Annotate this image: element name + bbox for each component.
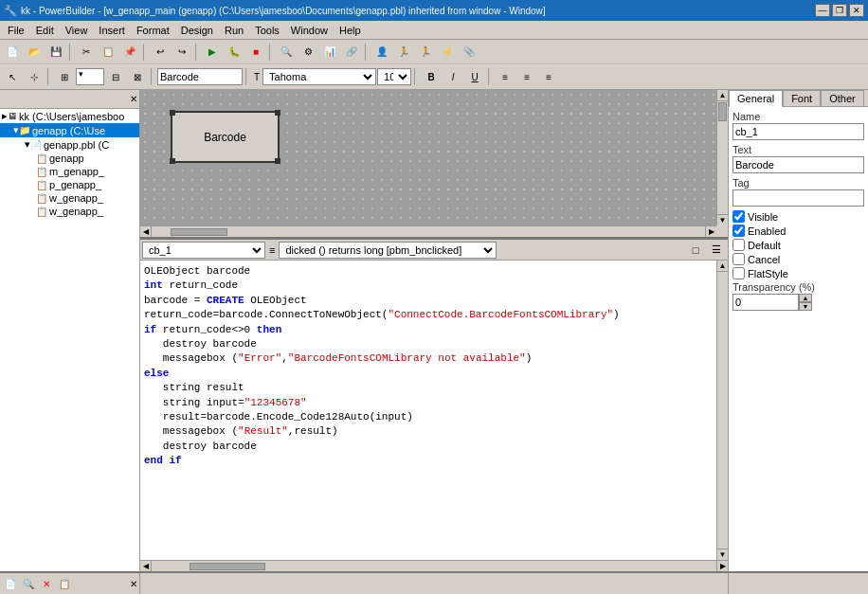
tb-btn-8[interactable]: 🔗 <box>341 43 362 62</box>
menu-view[interactable]: View <box>60 23 94 38</box>
tb-btn-12[interactable]: ⚡ <box>437 43 458 62</box>
tag-field-input[interactable] <box>732 189 864 207</box>
align-left-button[interactable]: ≡ <box>495 67 515 86</box>
menu-insert[interactable]: Insert <box>93 23 131 38</box>
minimize-button[interactable]: — <box>815 4 830 17</box>
control-name-input[interactable] <box>157 68 243 85</box>
vscroll-down[interactable]: ▼ <box>717 214 728 225</box>
tb-btn-14[interactable]: ⊟ <box>105 67 126 86</box>
handle-tr[interactable] <box>275 110 280 116</box>
lib-btn-4[interactable]: 📋 <box>56 576 73 593</box>
code-hscroll[interactable]: ◀ ▶ <box>140 560 728 571</box>
lib-close-button[interactable]: ✕ <box>130 579 137 589</box>
lib-btn-3[interactable]: ✕ <box>38 576 55 593</box>
save-button[interactable]: 💾 <box>45 43 66 62</box>
text-field-input[interactable] <box>732 156 864 173</box>
copy-button[interactable]: 📋 <box>98 43 118 62</box>
undo-button[interactable]: ↩ <box>150 43 171 62</box>
tree-item-p-genapp[interactable]: 📋 p_genapp_ <box>0 178 139 191</box>
underline-button[interactable]: U <box>464 67 485 86</box>
tree-item-genapp[interactable]: ▾ 📁 genapp (C:\Use <box>0 123 139 137</box>
spin-down[interactable]: ▼ <box>799 302 812 311</box>
tb-btn-13[interactable]: 📎 <box>459 43 479 62</box>
redo-button[interactable]: ↪ <box>172 43 192 62</box>
menu-run[interactable]: Run <box>219 23 249 38</box>
vscroll-track[interactable] <box>717 101 728 214</box>
menu-format[interactable]: Format <box>131 23 175 38</box>
tab-button[interactable]: ⊞ <box>54 67 75 86</box>
code-vscroll-up[interactable]: ▲ <box>717 261 728 272</box>
tree-item-genapp2[interactable]: 📋 genapp <box>0 152 139 165</box>
font-size-select[interactable]: 10 <box>377 68 411 85</box>
code-btn-2[interactable]: ☰ <box>707 242 726 259</box>
combo-zoom[interactable]: ▾ <box>76 68 104 85</box>
stop-button[interactable]: ■ <box>245 43 266 62</box>
tree-close-button[interactable]: ✕ <box>130 94 137 104</box>
new-button[interactable]: 📄 <box>2 43 23 62</box>
menu-design[interactable]: Design <box>175 23 219 38</box>
code-vscroll-down[interactable]: ▼ <box>717 549 728 560</box>
tb-btn-11[interactable]: 🏃 <box>415 43 436 62</box>
hscroll-left[interactable]: ◀ <box>140 226 152 238</box>
align-right-button[interactable]: ≡ <box>538 67 559 86</box>
tb-btn-10[interactable]: 🏃 <box>393 43 414 62</box>
open-button[interactable]: 📂 <box>24 43 45 62</box>
barcode-widget[interactable]: Barcode <box>171 111 280 163</box>
code-vscroll-track[interactable] <box>717 272 728 549</box>
tab-font[interactable]: Font <box>783 90 821 106</box>
hscroll-thumb[interactable] <box>171 228 227 236</box>
menu-window[interactable]: Window <box>285 23 334 38</box>
tab-general[interactable]: General <box>729 90 783 107</box>
tree-item-w-genapp1[interactable]: 📋 w_genapp_ <box>0 191 139 205</box>
handle-bl[interactable] <box>170 158 175 164</box>
handle-tl[interactable] <box>170 110 175 116</box>
pointer-button[interactable]: ⊹ <box>24 67 45 86</box>
select-button[interactable]: ↖ <box>2 67 23 86</box>
enabled-checkbox[interactable] <box>732 225 745 237</box>
maximize-button[interactable]: ❐ <box>832 4 847 17</box>
debug-button[interactable]: 🐛 <box>224 43 244 62</box>
visible-checkbox[interactable] <box>732 210 745 223</box>
align-center-button[interactable]: ≡ <box>516 67 537 86</box>
code-hscroll-thumb[interactable] <box>190 563 265 570</box>
vscroll-up[interactable]: ▲ <box>717 90 728 101</box>
code-editor[interactable]: OLEObject barcode int return_code barcod… <box>140 261 716 560</box>
canvas-vscroll[interactable]: ▲ ▼ <box>716 90 728 225</box>
code-btn-1[interactable]: □ <box>686 242 705 259</box>
code-hscroll-track[interactable] <box>152 561 716 572</box>
vscroll-thumb[interactable] <box>718 102 727 121</box>
flatstyle-checkbox[interactable] <box>732 267 745 279</box>
menu-file[interactable]: File <box>2 23 30 38</box>
menu-help[interactable]: Help <box>334 23 367 38</box>
transparency-input[interactable] <box>732 294 799 311</box>
code-event-select[interactable]: dicked () returns long [pbm_bnclicked] <box>279 242 497 259</box>
tree-item-kk[interactable]: ▸ 🖥 kk (C:\Users\jamesboo <box>0 109 139 123</box>
menu-edit[interactable]: Edit <box>30 23 60 38</box>
paste-button[interactable]: 📌 <box>119 43 140 62</box>
italic-button[interactable]: I <box>443 67 463 86</box>
code-vscroll[interactable]: ▲ ▼ <box>716 261 728 560</box>
run-button[interactable]: ▶ <box>202 43 223 62</box>
hscroll-right[interactable]: ▶ <box>705 226 716 238</box>
spin-up[interactable]: ▲ <box>799 294 812 302</box>
close-button[interactable]: ✕ <box>849 4 864 17</box>
project-tree[interactable]: ▸ 🖥 kk (C:\Users\jamesboo ▾ 📁 genapp (C:… <box>0 109 139 571</box>
cancel-checkbox[interactable] <box>732 253 745 265</box>
menu-tools[interactable]: Tools <box>249 23 285 38</box>
default-checkbox[interactable] <box>732 239 745 251</box>
code-hscroll-left[interactable]: ◀ <box>140 561 152 572</box>
lib-btn-1[interactable]: 📄 <box>2 576 19 593</box>
tb-btn-7[interactable]: 📊 <box>319 43 340 62</box>
tree-item-m-genapp[interactable]: 📋 m_genapp_ <box>0 165 139 178</box>
tb-btn-9[interactable]: 👤 <box>371 43 392 62</box>
tb-btn-15[interactable]: ⊠ <box>127 67 148 86</box>
lib-btn-2[interactable]: 🔍 <box>20 576 37 593</box>
tree-item-w-genapp2[interactable]: 📋 w_genapp_ <box>0 205 139 218</box>
canvas-hscroll[interactable]: ◀ ▶ <box>140 225 716 237</box>
font-name-select[interactable]: Tahoma <box>262 68 376 85</box>
tree-item-pbl[interactable]: ▾ 📄 genapp.pbl (C <box>0 137 139 152</box>
design-canvas[interactable]: Barcode <box>140 90 716 225</box>
tb-btn-5[interactable]: 🔍 <box>276 43 297 62</box>
code-hscroll-right[interactable]: ▶ <box>716 561 728 572</box>
name-field-input[interactable] <box>732 123 864 140</box>
